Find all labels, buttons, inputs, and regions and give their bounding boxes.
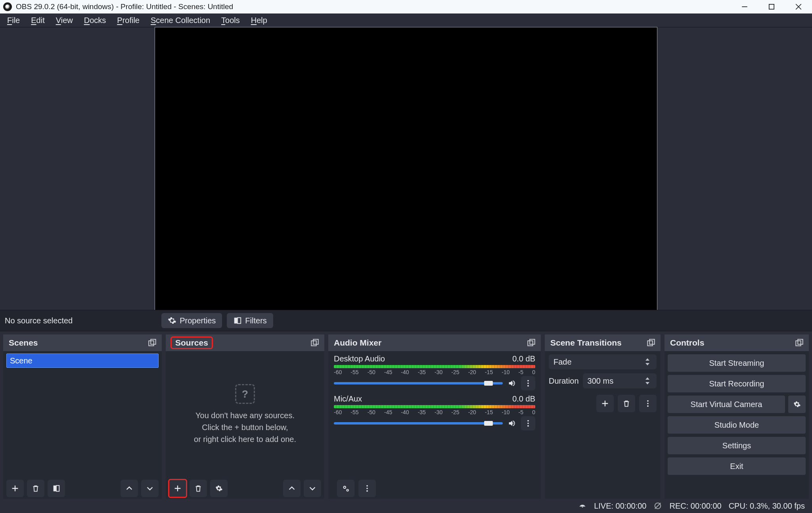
scenes-dock: Scenes Scene bbox=[3, 334, 162, 499]
popout-icon[interactable] bbox=[148, 339, 156, 347]
scene-item[interactable]: Scene bbox=[6, 354, 159, 368]
svg-point-27 bbox=[647, 400, 649, 402]
add-transition-button[interactable] bbox=[596, 395, 614, 412]
window-close-button[interactable] bbox=[785, 0, 812, 13]
start-recording-button[interactable]: Start Recording bbox=[668, 375, 806, 392]
channel-menu-button[interactable] bbox=[521, 416, 535, 430]
move-source-down-button[interactable] bbox=[304, 480, 321, 497]
updown-icon[interactable] bbox=[643, 373, 652, 388]
trash-icon bbox=[194, 484, 203, 493]
scene-transitions-header[interactable]: Scene Transitions bbox=[545, 334, 661, 351]
svg-point-24 bbox=[366, 490, 368, 492]
add-scene-button[interactable] bbox=[6, 480, 24, 497]
source-properties-button[interactable] bbox=[210, 480, 228, 497]
svg-point-16 bbox=[527, 385, 529, 387]
channel-menu-button[interactable] bbox=[521, 376, 535, 390]
menu-scene-collection[interactable]: Scene Collection bbox=[145, 14, 216, 27]
svg-point-19 bbox=[527, 425, 529, 427]
add-source-button[interactable] bbox=[169, 480, 186, 497]
sources-empty-line1: You don't have any sources. bbox=[195, 409, 295, 421]
virtual-camera-settings-button[interactable] bbox=[788, 396, 806, 413]
svg-point-23 bbox=[366, 488, 368, 489]
menu-docks[interactable]: Docks bbox=[79, 14, 112, 27]
speaker-icon[interactable] bbox=[508, 419, 516, 428]
move-scene-down-button[interactable] bbox=[141, 480, 159, 497]
menu-help[interactable]: Help bbox=[245, 14, 273, 27]
remove-source-button[interactable] bbox=[190, 480, 207, 497]
controls-header[interactable]: Controls bbox=[665, 334, 809, 351]
mixer-menu-button[interactable] bbox=[358, 480, 376, 497]
meter-ticks: -60-55-50-45-40-35-30-25-20-15-10-50 bbox=[334, 409, 535, 415]
svg-rect-4 bbox=[234, 318, 237, 324]
svg-rect-25 bbox=[647, 341, 653, 346]
level-meter bbox=[334, 405, 535, 408]
popout-icon[interactable] bbox=[795, 339, 803, 347]
settings-button[interactable]: Settings bbox=[668, 437, 806, 454]
sources-empty-line3: or right click here to add one. bbox=[194, 433, 296, 445]
exit-button[interactable]: Exit bbox=[668, 457, 806, 475]
advanced-audio-button[interactable] bbox=[337, 480, 354, 497]
svg-point-14 bbox=[527, 380, 529, 382]
trash-icon bbox=[31, 484, 40, 493]
popout-icon[interactable] bbox=[311, 339, 319, 347]
window-maximize-button[interactable] bbox=[758, 0, 785, 13]
filters-button[interactable]: Filters bbox=[227, 313, 273, 328]
properties-button[interactable]: Properties bbox=[161, 313, 222, 328]
meter-ticks: -60-55-50-45-40-35-30-25-20-15-10-50 bbox=[334, 369, 535, 375]
scenes-list[interactable]: Scene bbox=[3, 351, 162, 499]
broadcast-icon bbox=[578, 501, 587, 510]
scenes-header[interactable]: Scenes bbox=[3, 334, 162, 351]
menu-profile[interactable]: Profile bbox=[111, 14, 145, 27]
scene-filters-button[interactable] bbox=[48, 480, 65, 497]
svg-rect-13 bbox=[530, 339, 535, 344]
updown-icon bbox=[643, 354, 652, 369]
studio-mode-button[interactable]: Studio Mode bbox=[668, 416, 806, 434]
svg-point-17 bbox=[527, 420, 529, 422]
scene-transitions-title: Scene Transitions bbox=[550, 338, 622, 348]
menu-file[interactable]: File bbox=[2, 14, 25, 27]
popout-icon[interactable] bbox=[647, 339, 655, 347]
transition-properties-button[interactable] bbox=[639, 395, 657, 412]
svg-rect-6 bbox=[149, 341, 154, 346]
more-vertical-icon bbox=[363, 484, 372, 493]
move-scene-up-button[interactable] bbox=[121, 480, 138, 497]
level-meter bbox=[334, 365, 535, 368]
remove-transition-button[interactable] bbox=[618, 395, 635, 412]
scene-preview[interactable] bbox=[155, 27, 657, 310]
filters-label: Filters bbox=[245, 316, 266, 325]
transition-selected: Fade bbox=[553, 357, 572, 367]
svg-rect-11 bbox=[313, 339, 318, 344]
transition-select[interactable]: Fade bbox=[549, 354, 657, 369]
filters-icon bbox=[52, 484, 61, 493]
audio-mixer-title: Audio Mixer bbox=[334, 338, 381, 348]
svg-rect-30 bbox=[796, 341, 801, 346]
sources-header[interactable]: Sources bbox=[166, 334, 324, 351]
menu-view[interactable]: View bbox=[50, 14, 79, 27]
window-titlebar: OBS 29.0.2 (64-bit, windows) - Profile: … bbox=[0, 0, 812, 13]
popout-icon[interactable] bbox=[527, 339, 535, 347]
volume-slider[interactable] bbox=[334, 382, 503, 384]
duration-input[interactable]: 300 ms bbox=[583, 373, 657, 388]
mixer-channel-desktop-audio: Desktop Audio 0.0 dB -60-55-50-45-40-35-… bbox=[334, 354, 535, 390]
menu-edit[interactable]: Edit bbox=[25, 14, 50, 27]
svg-rect-1 bbox=[769, 4, 774, 9]
speaker-icon[interactable] bbox=[508, 379, 516, 388]
volume-slider[interactable] bbox=[334, 422, 503, 425]
chevron-up-icon bbox=[125, 484, 134, 493]
more-vertical-icon bbox=[643, 399, 652, 408]
status-rec: REC: 00:00:00 bbox=[669, 501, 721, 511]
audio-mixer-header[interactable]: Audio Mixer bbox=[328, 334, 541, 351]
sources-empty-line2: Click the + button below, bbox=[202, 421, 288, 433]
window-minimize-button[interactable] bbox=[731, 0, 758, 13]
gear-icon bbox=[168, 316, 176, 325]
start-streaming-button[interactable]: Start Streaming bbox=[668, 354, 806, 372]
chevron-down-icon bbox=[146, 484, 154, 493]
scene-transitions-body: Fade Duration 300 ms bbox=[545, 351, 661, 499]
menu-tools[interactable]: Tools bbox=[216, 14, 245, 27]
move-source-up-button[interactable] bbox=[283, 480, 301, 497]
obs-app-icon bbox=[3, 2, 12, 11]
sources-list[interactable]: ? You don't have any sources. Click the … bbox=[166, 351, 324, 478]
remove-scene-button[interactable] bbox=[27, 480, 44, 497]
svg-point-15 bbox=[527, 382, 529, 384]
start-virtual-camera-button[interactable]: Start Virtual Camera bbox=[668, 396, 785, 413]
